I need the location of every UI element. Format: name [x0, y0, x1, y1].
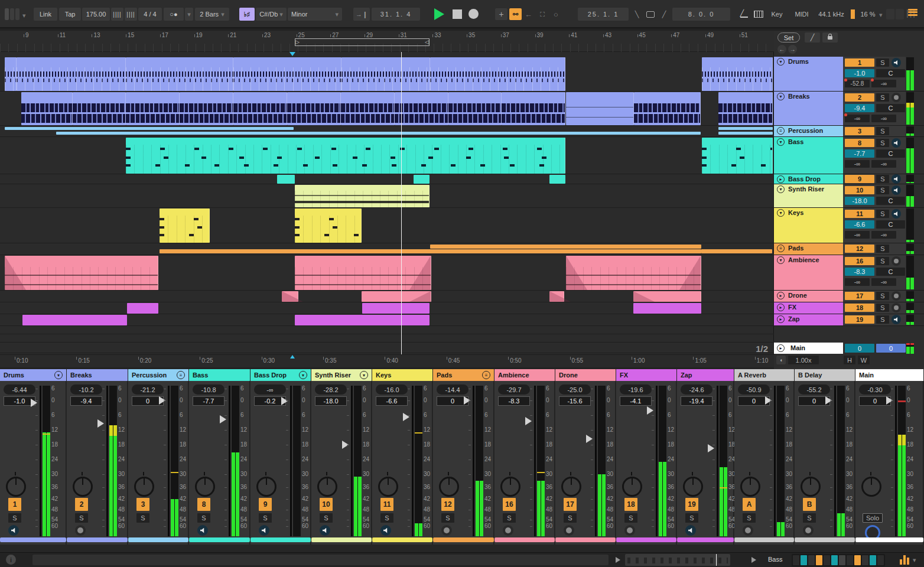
track-number-box[interactable]: 10 [845, 186, 874, 194]
solo-button[interactable]: S [441, 513, 454, 523]
peak-level-display[interactable]: -∞ [254, 384, 286, 395]
mixer-strip-header[interactable]: B Delay [795, 369, 855, 381]
clip-zap[interactable] [295, 315, 430, 325]
track-name-block[interactable]: ≡Pads [774, 243, 843, 255]
track-number-button[interactable]: 1 [8, 498, 21, 511]
clip-percussion[interactable] [5, 127, 294, 130]
mixer-strip-header[interactable]: FX [616, 369, 676, 381]
track-name-block[interactable]: ▾Ambience [774, 255, 843, 290]
fader-value-box[interactable]: -18.0 [315, 396, 347, 406]
clip-breaks[interactable] [180, 92, 233, 125]
clip-preview-play-icon[interactable] [616, 557, 620, 563]
fader-value-box[interactable]: -19.4 [681, 396, 712, 406]
track-solo-button[interactable]: S [876, 245, 889, 253]
fader-track[interactable] [834, 386, 836, 536]
peak-level-display[interactable]: -6.44 [4, 384, 35, 395]
solo-button[interactable]: S [624, 513, 637, 523]
track-activator-speaker-icon[interactable] [892, 185, 901, 195]
pan-knob[interactable] [500, 477, 520, 497]
clip-bass[interactable] [702, 138, 773, 174]
meter-bars-icon[interactable] [900, 555, 909, 565]
mixer-strip-drums[interactable]: Drums▾-6.44-1.06061218243036424854601S [0, 369, 66, 545]
solo-button[interactable]: S [8, 513, 21, 523]
track-number-button[interactable]: 8 [197, 498, 210, 511]
track-solo-button[interactable]: S [876, 315, 889, 324]
track-number-button[interactable]: B [803, 498, 816, 511]
track-send-box[interactable]: -∞ [845, 231, 870, 239]
solo-button[interactable]: S [803, 513, 816, 523]
mixer-strip-ambience[interactable]: Ambience-29.7-8.360612182430364248546016… [494, 369, 555, 545]
fader-handle[interactable] [97, 419, 104, 428]
clip-ambience[interactable] [5, 256, 158, 290]
mixer-strip-zap[interactable]: Zap-24.6-19.460612182430364248546019S [677, 369, 734, 545]
track-activator-speaker-icon[interactable] [8, 525, 19, 536]
meter-chevron-icon[interactable]: ▾ [913, 556, 916, 564]
clip-drums[interactable] [341, 57, 430, 91]
track-fold-icon[interactable]: ▾ [777, 256, 785, 264]
play-button[interactable] [434, 8, 444, 20]
pan-knob[interactable] [801, 477, 821, 497]
track-header-percussion[interactable]: ≡Percussion3S [774, 126, 924, 137]
main-solo-button[interactable]: Solo [863, 513, 883, 523]
clip-drone[interactable] [362, 291, 431, 302]
track-header-ambience[interactable]: ▾Ambience16S-8.3C-∞-∞ [774, 255, 924, 291]
clip-percussion[interactable] [718, 127, 773, 130]
clip-breaks[interactable] [634, 92, 701, 125]
track-fold-icon[interactable]: ≡ [777, 245, 785, 252]
track-volume-box[interactable]: -18.0 [845, 197, 874, 205]
clip-fx[interactable] [127, 303, 158, 314]
midi-map-button[interactable]: MIDI [790, 8, 813, 21]
capture-expand-icon[interactable]: ⛶ [536, 8, 548, 20]
track-volume-box[interactable]: -1.0 [845, 69, 874, 77]
solo-button[interactable]: S [197, 513, 210, 523]
track-send-box[interactable]: -∞ [871, 80, 896, 87]
clip-keys[interactable] [160, 208, 210, 243]
nudge-up-icon[interactable]: |||| [125, 8, 137, 21]
fader-track[interactable] [106, 386, 108, 536]
metronome-chevron-icon[interactable]: ▾ [185, 8, 193, 21]
new-midi-track-button[interactable]: + [495, 8, 507, 20]
track-activator-speaker-icon[interactable] [892, 138, 901, 148]
peak-level-display[interactable]: -29.7 [498, 384, 530, 395]
track-solo-button[interactable]: S [876, 292, 889, 300]
track-solo-button[interactable]: S [876, 58, 889, 67]
fader-track[interactable] [656, 386, 658, 536]
track-header-keys[interactable]: ▾Keys11S-6.6C-∞-∞ [774, 208, 924, 243]
clip-breaks[interactable] [21, 92, 73, 125]
cpu-chevron-icon[interactable]: ▾ [879, 11, 883, 19]
bar-ruler[interactable]: 9111315171921232527293133353739414345474… [0, 31, 774, 52]
fader-track[interactable] [412, 386, 414, 536]
track-send-box[interactable]: -∞ [845, 160, 870, 168]
nudge-down-icon[interactable]: |||| [111, 8, 123, 21]
device-preview-play-icon[interactable] [751, 557, 756, 563]
device-chain-thumbnail[interactable] [792, 554, 885, 566]
clip-preview-thumbnail[interactable] [625, 554, 730, 566]
track-number-box[interactable]: 12 [845, 245, 874, 253]
playback-speed-box[interactable]: 1.00x [788, 356, 819, 364]
track-pan-box[interactable]: C [876, 197, 905, 205]
track-name-block[interactable]: ▸FX [774, 302, 843, 314]
fader-value-box[interactable]: -15.6 [559, 396, 591, 406]
track-number-button[interactable]: 3 [136, 498, 149, 511]
peak-level-display[interactable]: -16.0 [376, 384, 408, 395]
clip-drums[interactable] [17, 57, 126, 91]
mixer-strip-main[interactable]: Main-0.300606121824303642485460Solo [855, 369, 923, 545]
clip-drone[interactable] [633, 291, 701, 302]
clip-pads[interactable] [430, 245, 701, 249]
cpu-load-display[interactable]: 16 % [857, 8, 879, 21]
pan-knob[interactable] [317, 477, 337, 497]
track-fold-icon[interactable]: ▸ [777, 304, 785, 311]
track-number-button[interactable]: 10 [320, 498, 333, 511]
pan-knob[interactable] [439, 477, 459, 497]
track-fold-icon[interactable]: ▸ [777, 175, 785, 183]
track-number-box[interactable]: 11 [845, 210, 874, 218]
metronome-icon[interactable]: ○● [164, 8, 184, 21]
solo-button[interactable]: S [743, 513, 756, 523]
fader-value-box[interactable]: -8.3 [498, 396, 530, 406]
track-activator-speaker-icon[interactable] [197, 525, 208, 536]
track-activator-speaker-icon[interactable] [685, 525, 696, 536]
tap-tempo-button[interactable]: Tap [59, 8, 81, 21]
lock-envelopes-button[interactable] [822, 32, 838, 43]
clip-fx[interactable] [362, 303, 430, 314]
zoom-back-button[interactable]: ← [777, 45, 786, 54]
